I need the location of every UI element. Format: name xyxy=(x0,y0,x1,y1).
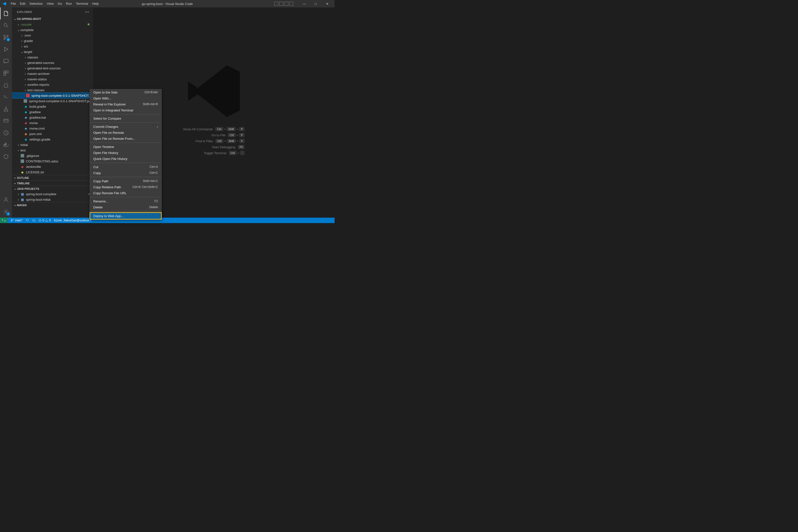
context-menu-item[interactable]: Open With... xyxy=(90,95,162,101)
azure-account-label: Azure: JialuoGan@outlook.c xyxy=(54,218,92,222)
menu-item-shortcut: F2 xyxy=(154,200,158,203)
context-menu-item[interactable]: CopyCtrl+C xyxy=(90,170,162,176)
activity-docker[interactable] xyxy=(0,115,12,127)
context-menu-item[interactable]: Rename...F2 xyxy=(90,198,162,204)
context-menu-item[interactable]: Open File on Remote From... xyxy=(90,136,162,141)
tree-item[interactable]: .gitignore xyxy=(12,153,93,158)
section-maven[interactable]: › MAVEN xyxy=(12,202,93,208)
context-menu-item[interactable]: Open File History xyxy=(90,150,162,156)
activity-testing[interactable] xyxy=(0,79,12,91)
tree-item[interactable]: ◆LICENSE.txt xyxy=(12,169,93,175)
context-menu-item[interactable]: Reveal in File ExplorerShift+Alt+R xyxy=(90,101,162,107)
menu-separator xyxy=(90,211,162,211)
tree-item[interactable]: ◆gradlew.bat xyxy=(12,115,93,120)
section-outline[interactable]: ›OUTLINE xyxy=(12,175,93,180)
activity-remote-explorer[interactable] xyxy=(0,55,12,67)
chevron-down-icon xyxy=(13,187,17,190)
context-menu-item[interactable]: Open File on Remote xyxy=(90,130,162,136)
section-timeline[interactable]: ›TIMELINE xyxy=(12,180,93,186)
tree-item[interactable]: complete xyxy=(12,27,93,33)
menu-run[interactable]: Run xyxy=(64,0,74,7)
activity-kubernetes[interactable] xyxy=(0,151,12,163)
activity-extensions[interactable] xyxy=(0,67,12,79)
layout-panel-left-icon[interactable] xyxy=(274,2,278,6)
file-icon: ◆ xyxy=(24,132,28,136)
menu-selection[interactable]: Selection xyxy=(27,0,44,7)
activity-docker2[interactable] xyxy=(0,139,12,151)
activity-timeline[interactable] xyxy=(0,127,12,139)
tree-item[interactable]: ◆settings.gradle xyxy=(12,136,93,142)
activity-settings[interactable]: 1 xyxy=(0,206,12,217)
layout-icons[interactable] xyxy=(274,2,293,6)
menu-terminal[interactable]: Terminal xyxy=(74,0,90,7)
context-menu-item[interactable]: Open to the SideCtrl+Enter xyxy=(90,89,162,95)
activity-search[interactable] xyxy=(0,19,12,31)
menu-view[interactable]: View xyxy=(45,0,56,7)
tree-item[interactable]: spring-boot-complete-0.0.1-SNAPSHOT.jar xyxy=(12,93,93,98)
tree-item[interactable]: maven-status xyxy=(12,76,93,82)
tree-item[interactable]: test-classes xyxy=(12,87,93,93)
context-menu-item[interactable]: Quick Open File History xyxy=(90,156,162,162)
tree-item[interactable]: .mvn xyxy=(12,33,93,38)
menu-help[interactable]: Help xyxy=(90,0,101,7)
tree-item[interactable]: generated-sources xyxy=(12,60,93,65)
tree-item[interactable]: maven-archiver xyxy=(12,71,93,76)
azure-account[interactable]: Azure: JialuoGan@outlook.c xyxy=(54,218,92,222)
menu-edit[interactable]: Edit xyxy=(18,0,27,7)
context-menu-item[interactable]: CutCtrl+X xyxy=(90,164,162,170)
tree-item[interactable]: gradle xyxy=(12,38,93,43)
context-menu-item[interactable]: Copy PathShift+Alt+C xyxy=(90,178,162,184)
context-menu-item[interactable]: Copy Relative PathCtrl+K Ctrl+Shift+C xyxy=(90,184,162,190)
activity-azure[interactable] xyxy=(0,103,12,115)
activity-explorer[interactable] xyxy=(0,7,12,19)
tree-item[interactable]: spring-boot-complete-0.0.1-SNAPSHOT.jar.… xyxy=(12,98,93,104)
activity-run-debug[interactable] xyxy=(0,43,12,55)
context-menu-item[interactable]: Deploy to Web App... xyxy=(90,212,162,220)
minimize-button[interactable]: — xyxy=(299,2,309,6)
tree-item[interactable]: ◆mvnw.cmd xyxy=(12,126,93,131)
activity-debug-console[interactable] xyxy=(0,91,12,103)
section-root[interactable]: GS-SPRING-BOOT xyxy=(12,16,93,22)
context-menu-item[interactable]: Copy Remote File URL xyxy=(90,190,162,196)
tree-item[interactable]: .vscode xyxy=(12,22,93,27)
tree-item[interactable]: generated-test-sources xyxy=(12,65,93,71)
activity-source-control[interactable]: 1 xyxy=(0,31,12,43)
remote-indicator[interactable] xyxy=(0,217,7,223)
tree-item[interactable]: initial xyxy=(12,142,93,148)
context-menu-item[interactable]: Select for Compare xyxy=(90,115,162,121)
context-menu-item[interactable]: Commit Changes xyxy=(90,124,162,130)
menu-separator xyxy=(90,142,162,143)
problems-indicator[interactable]: 0 0 xyxy=(39,218,51,222)
tree-item[interactable]: ◆mvnw xyxy=(12,120,93,126)
java-project-item[interactable]: ▦spring-boot-initial xyxy=(12,197,93,202)
menu-file[interactable]: File xyxy=(9,0,18,7)
tree-item[interactable]: ◆pom.xml xyxy=(12,131,93,136)
java-project-item[interactable]: ▦spring-boot-complete＋ xyxy=(12,191,93,197)
sidebar-more-icon[interactable]: ••• xyxy=(85,11,90,14)
tree-item[interactable]: target xyxy=(12,49,93,55)
section-java-projects[interactable]: JAVA PROJECTS xyxy=(12,186,93,191)
maximize-button[interactable]: □ xyxy=(311,2,321,6)
tree-item[interactable]: surefire-reports xyxy=(12,82,93,87)
activity-accounts[interactable] xyxy=(0,194,12,206)
context-menu-item[interactable]: Open Timeline xyxy=(90,144,162,150)
svg-point-15 xyxy=(5,211,7,212)
context-menu-item[interactable]: DeleteDelete xyxy=(90,204,162,210)
tree-item[interactable]: test xyxy=(12,148,93,153)
tree-item[interactable]: ◆build.gradle xyxy=(12,104,93,109)
tree-item[interactable]: CONTRIBUTING.adoc xyxy=(12,158,93,164)
tree-item[interactable]: src xyxy=(12,43,93,49)
layout-panel-bottom-icon[interactable] xyxy=(279,2,283,6)
tree-item-label: mvnw xyxy=(30,121,38,125)
context-menu-item[interactable]: Open in Integrated Terminal xyxy=(90,107,162,113)
layout-panel-right-icon[interactable] xyxy=(284,2,288,6)
sync-indicator[interactable] xyxy=(26,218,29,222)
tree-item[interactable]: ◆gradlew xyxy=(12,109,93,115)
close-button[interactable]: ✕ xyxy=(322,2,332,6)
tree-item[interactable]: ◆Jenkinsfile xyxy=(12,164,93,169)
cloud-indicator[interactable] xyxy=(32,218,36,222)
layout-customize-icon[interactable] xyxy=(289,2,293,6)
menu-go[interactable]: Go xyxy=(56,0,64,7)
tree-item[interactable]: classes xyxy=(12,55,93,60)
branch-indicator[interactable]: main* xyxy=(11,218,23,222)
